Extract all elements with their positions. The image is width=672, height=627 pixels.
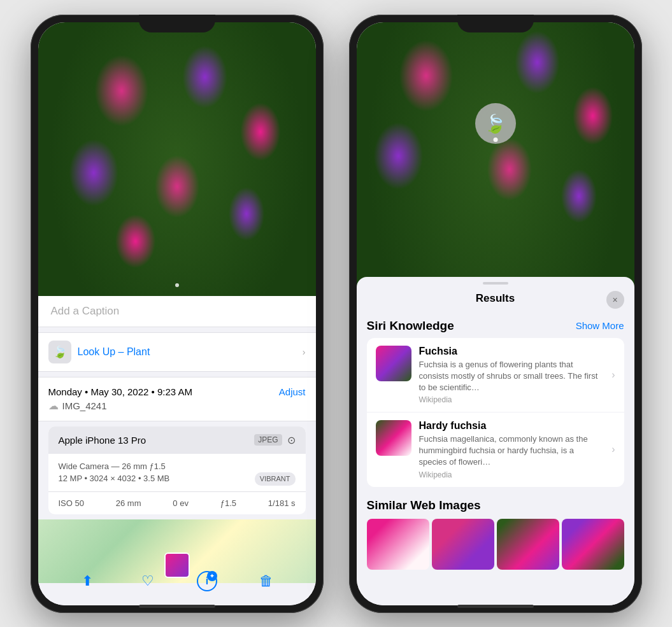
vibrant-badge: VIBRANT [255,472,296,486]
hardy-desc: Fuchsia magellanica, commonly known as t… [419,433,604,468]
siri-dot [493,137,497,142]
info-button[interactable]: i ✦ [197,571,217,591]
right-phone: 🍃 Results × Siri Knowledge Show More [349,15,642,613]
home-indicator [139,605,215,608]
notch [139,15,215,32]
fuchsia-chevron-icon: › [611,369,615,381]
photo-area[interactable] [38,22,316,296]
shutter-value: 1/181 s [268,498,296,508]
camera-icon: ⊙ [287,434,296,446]
date-section: Monday • May 30, 2022 • 9:23 AM Adjust ☁… [38,377,316,421]
web-images-grid [367,519,624,570]
date-text: Monday • May 30, 2022 • 9:23 AM [48,386,192,397]
web-images-section: Similar Web Images [357,492,634,575]
ev-value: 0 ev [173,498,189,508]
lookup-icon: 🍃 [48,341,71,363]
caption-placeholder[interactable]: Add a Caption [51,305,120,317]
info-badge: ✦ [207,571,217,581]
device-section: Apple iPhone 13 Pro JPEG ⊙ Wide Camera —… [48,426,306,514]
share-icon: ⬆ [82,573,93,589]
date-row: Monday • May 30, 2022 • 9:23 AM Adjust [48,386,306,397]
hardy-chevron-icon: › [611,444,615,455]
heart-icon: ♡ [141,573,154,589]
delete-button[interactable]: 🗑 [255,570,278,593]
siri-knowledge-title: Siri Knowledge [367,319,454,333]
hardy-name: Hardy fuchsia [419,420,604,432]
results-handle [483,282,508,285]
left-phone-screen: Add a Caption 🍃 Look Up – Plant › Monday… [38,22,316,605]
show-more-button[interactable]: Show More [576,320,624,331]
camera-spec2: 12 MP • 3024 × 4032 • 3.5 MB VIBRANT [59,472,296,485]
right-photo-area[interactable]: 🍃 [357,22,634,290]
knowledge-card: Fuchsia Fuchsia is a genus of flowering … [367,338,624,487]
filename-row: ☁ IMG_4241 [48,400,306,412]
camera-spec1: Wide Camera — 26 mm ƒ1.5 [59,460,296,473]
left-phone: Add a Caption 🍃 Look Up – Plant › Monday… [31,15,324,613]
leaf-icon: 🍃 [53,345,67,359]
photo-dot-indicator [175,283,179,287]
fuchsia-content: Fuchsia Fuchsia is a genus of flowering … [419,346,604,405]
heart-button[interactable]: ♡ [136,570,159,593]
close-icon: × [612,295,617,305]
lookup-label: Look Up – Plant [78,346,150,358]
results-title: Results [476,292,515,305]
device-badges: JPEG ⊙ [254,434,295,446]
hardy-fuchsia-item[interactable]: Hardy fuchsia Fuchsia magellanica, commo… [367,412,624,487]
web-image-3[interactable] [497,519,559,570]
bottom-toolbar: ⬆ ♡ i ✦ 🗑 [38,570,316,593]
device-header: Apple iPhone 13 Pro JPEG ⊙ [48,426,306,454]
web-images-title: Similar Web Images [367,498,624,512]
lookup-chevron-icon: › [303,347,306,357]
web-image-2[interactable] [432,519,494,570]
device-name: Apple iPhone 13 Pro [59,435,147,446]
right-photo-bg [357,22,634,290]
right-phone-screen: 🍃 Results × Siri Knowledge Show More [357,22,634,605]
close-button[interactable]: × [606,291,624,309]
aperture-value: ƒ1.5 [220,498,236,508]
fuchsia-thumbnail [376,346,411,381]
fuchsia-source: Wikipedia [419,395,604,404]
right-home-indicator [457,605,534,608]
lookup-row[interactable]: 🍃 Look Up – Plant › [38,332,316,372]
iso-value: ISO 50 [59,498,84,508]
delete-icon: 🗑 [259,573,273,589]
share-button[interactable]: ⬆ [76,570,99,593]
hardy-thumbnail [376,420,411,456]
results-panel[interactable]: Results × Siri Knowledge Show More Fuchs… [357,277,634,605]
flower-image [38,22,316,296]
filename: IMG_4241 [62,400,107,411]
focal-value: 26 mm [116,498,141,508]
siri-knowledge-header: Siri Knowledge Show More [357,313,634,338]
siri-leaf-icon: 🍃 [484,113,506,134]
adjust-button[interactable]: Adjust [279,386,306,397]
info-section[interactable]: Add a Caption 🍃 Look Up – Plant › Monday… [38,296,316,605]
cloud-icon: ☁ [48,400,59,412]
jpeg-badge: JPEG [254,434,282,446]
right-notch [457,15,534,32]
fuchsia-name: Fuchsia [419,346,604,357]
caption-area[interactable]: Add a Caption [38,296,316,327]
hardy-content: Hardy fuchsia Fuchsia magellanica, commo… [419,420,604,479]
web-image-4[interactable] [562,519,624,570]
fuchsia-desc: Fuchsia is a genus of flowering plants t… [419,359,604,394]
exif-row: ISO 50 26 mm 0 ev ƒ1.5 1/181 s [48,492,306,514]
camera-specs: Wide Camera — 26 mm ƒ1.5 12 MP • 3024 × … [48,454,306,492]
hardy-source: Wikipedia [419,470,604,479]
web-image-1[interactable] [367,519,429,570]
fuchsia-item[interactable]: Fuchsia Fuchsia is a genus of flowering … [367,338,624,413]
results-header: Results × [357,287,634,313]
